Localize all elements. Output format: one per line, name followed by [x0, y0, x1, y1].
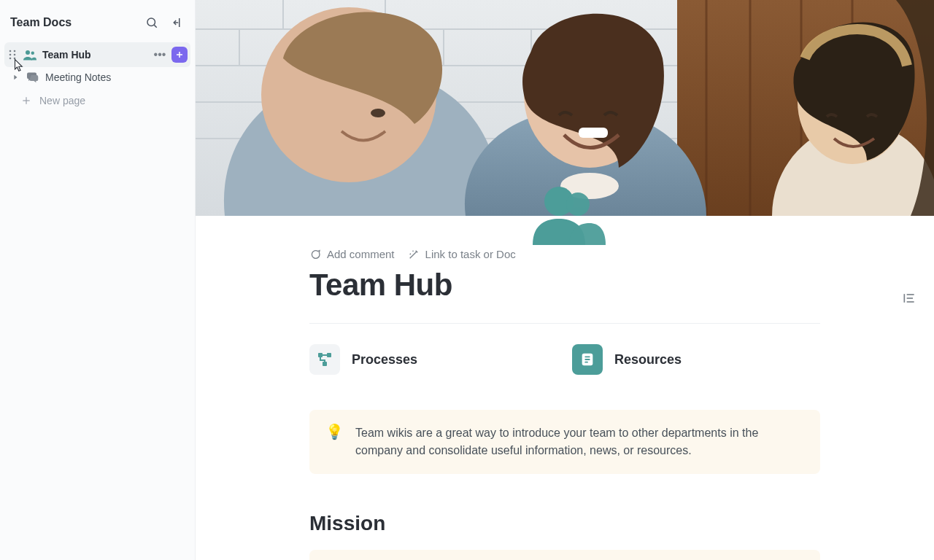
svg-point-9 — [14, 58, 16, 60]
people-icon — [23, 49, 36, 61]
card-label: Resources — [614, 352, 682, 368]
wand-icon — [408, 249, 420, 260]
card-resources[interactable]: Resources — [572, 344, 806, 375]
svg-point-11 — [31, 52, 35, 55]
svg-rect-46 — [323, 362, 327, 366]
resources-icon — [572, 344, 603, 375]
svg-point-4 — [9, 50, 12, 52]
new-page-button[interactable]: New page — [0, 88, 195, 114]
chat-icon — [26, 71, 39, 83]
drag-handle-icon[interactable] — [7, 50, 18, 60]
svg-rect-49 — [584, 359, 590, 360]
link-task-button[interactable]: Link to task or Doc — [408, 248, 516, 260]
callout-tip: 💡 Team wikis are a great way to introduc… — [309, 410, 820, 474]
new-page-label: New page — [39, 95, 85, 106]
add-comment-button[interactable]: Add comment — [309, 248, 395, 260]
svg-point-7 — [14, 54, 16, 56]
sidebar-header: Team Docs — [0, 7, 195, 42]
sidebar: Team Docs Team Hub ••• — [0, 0, 196, 560]
svg-point-0 — [147, 18, 155, 26]
divider — [309, 323, 820, 324]
link-task-label: Link to task or Doc — [425, 248, 516, 260]
plus-icon — [20, 95, 32, 106]
svg-line-1 — [154, 25, 156, 27]
comment-icon — [309, 249, 321, 260]
svg-point-39 — [566, 192, 590, 216]
workspace-title: Team Docs — [10, 16, 72, 29]
search-icon[interactable] — [144, 15, 160, 31]
svg-rect-35 — [579, 128, 608, 138]
sidebar-item-team-hub[interactable]: Team Hub ••• — [4, 42, 190, 67]
sidebar-item-label: Meeting Notes — [45, 71, 188, 83]
add-page-button[interactable] — [171, 47, 188, 63]
callout-text: Team wikis are a great way to introduce … — [355, 424, 804, 459]
add-comment-label: Add comment — [327, 248, 395, 260]
lightbulb-icon: 💡 — [325, 424, 344, 459]
collapse-sidebar-icon[interactable] — [169, 15, 185, 31]
sidebar-item-label: Team Hub — [42, 49, 147, 61]
outline-toggle-icon[interactable] — [902, 292, 916, 308]
card-processes[interactable]: Processes — [309, 344, 543, 375]
more-icon[interactable]: ••• — [153, 49, 167, 61]
chevron-right-icon[interactable] — [10, 74, 20, 81]
processes-icon — [309, 344, 340, 375]
page-title[interactable]: Team Hub — [309, 268, 820, 303]
heading-mission[interactable]: Mission — [309, 512, 820, 535]
svg-rect-45 — [327, 353, 331, 357]
svg-rect-48 — [584, 356, 590, 357]
page-toolbar: Add comment Link to task or Doc — [309, 248, 820, 260]
svg-point-5 — [14, 50, 16, 52]
callout-mission: 💡 Share your team's mission to everybody… — [309, 550, 820, 560]
svg-rect-50 — [584, 362, 588, 363]
sidebar-item-meeting-notes[interactable]: Meeting Notes — [0, 67, 195, 88]
card-label: Processes — [352, 352, 417, 368]
svg-point-10 — [26, 50, 30, 55]
main-content: Add comment Link to task or Doc Team Hub… — [196, 0, 934, 560]
svg-point-8 — [9, 58, 12, 60]
svg-point-33 — [371, 109, 385, 117]
svg-rect-44 — [318, 353, 323, 357]
svg-point-6 — [9, 54, 12, 56]
